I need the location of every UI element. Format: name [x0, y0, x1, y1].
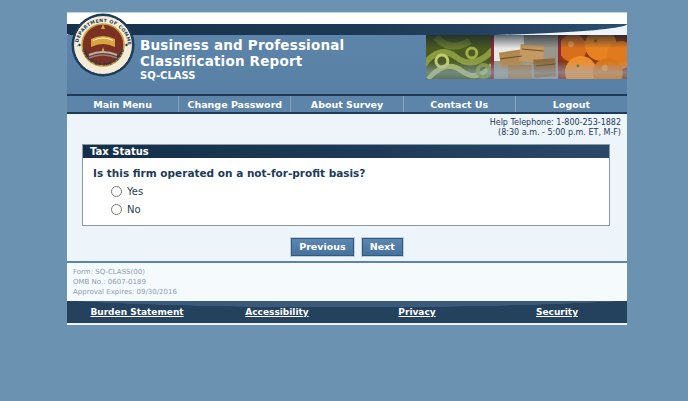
- main-navigation: Main Menu Change Password About Survey C…: [67, 94, 627, 114]
- survey-page: Business and Professional Classification…: [67, 12, 627, 325]
- next-button[interactable]: Next: [362, 238, 403, 256]
- page-header: Business and Professional Classification…: [67, 35, 627, 94]
- tax-status-panel: Tax Status Is this firm operated on a no…: [82, 144, 610, 226]
- approval-expires-text: Approval Expires: 09/30/2016: [73, 287, 627, 297]
- nav-item-about-survey[interactable]: About Survey: [290, 96, 402, 112]
- panel-title: Tax Status: [83, 145, 609, 158]
- radio-option-no[interactable]: No: [111, 204, 599, 215]
- nav-item-change-password[interactable]: Change Password: [178, 96, 290, 112]
- pipe-fittings-photo: [426, 35, 491, 79]
- form-number-text: Form: SQ-CLASS(00): [73, 267, 627, 277]
- header-top-band: [67, 12, 627, 24]
- no-radio-input[interactable]: [111, 204, 122, 215]
- footer-link-security[interactable]: Security: [487, 307, 627, 317]
- help-hours-text: (8:30 a.m. - 5:00 p.m. ET, M-F): [490, 128, 621, 138]
- oranges-photo: [561, 35, 627, 79]
- radio-option-yes[interactable]: Yes: [111, 186, 599, 197]
- nav-item-main-menu[interactable]: Main Menu: [67, 96, 178, 112]
- help-block: Help Telephone: 1-800-253-1882 (8:30 a.m…: [490, 118, 621, 138]
- previous-button[interactable]: Previous: [291, 238, 353, 256]
- nav-item-contact-us[interactable]: Contact Us: [403, 96, 515, 112]
- footer-link-accessibility[interactable]: Accessibility: [207, 307, 347, 317]
- header-photo-strip: [426, 35, 627, 79]
- census-bureau-seal-icon: U.S. DEPARTMENT OF COMMERCE BUREAU OF TH…: [71, 13, 135, 77]
- footer-navigation: Burden Statement Accessibility Privacy S…: [67, 301, 627, 323]
- omb-number-text: OMB No.: 0607-0189: [73, 277, 627, 287]
- content-area: Help Telephone: 1-800-253-1882 (8:30 a.m…: [67, 114, 627, 261]
- nav-item-logout[interactable]: Logout: [515, 96, 627, 112]
- footer-link-burden-statement[interactable]: Burden Statement: [67, 307, 207, 317]
- yes-radio-label: Yes: [127, 186, 143, 197]
- help-telephone-text: Help Telephone: 1-800-253-1882: [490, 118, 621, 128]
- no-radio-label: No: [127, 204, 141, 215]
- cardboard-boxes-photo: [494, 35, 559, 79]
- desktop-background: Business and Professional Classification…: [0, 0, 688, 401]
- question-text: Is this firm operated on a not-for-profi…: [93, 167, 599, 179]
- button-row: Previous Next: [67, 238, 627, 256]
- footer-link-privacy[interactable]: Privacy: [347, 307, 487, 317]
- panel-body: Is this firm operated on a not-for-profi…: [83, 158, 609, 215]
- form-info-block: Form: SQ-CLASS(00) OMB No.: 0607-0189 Ap…: [67, 263, 627, 301]
- yes-radio-input[interactable]: [111, 186, 122, 197]
